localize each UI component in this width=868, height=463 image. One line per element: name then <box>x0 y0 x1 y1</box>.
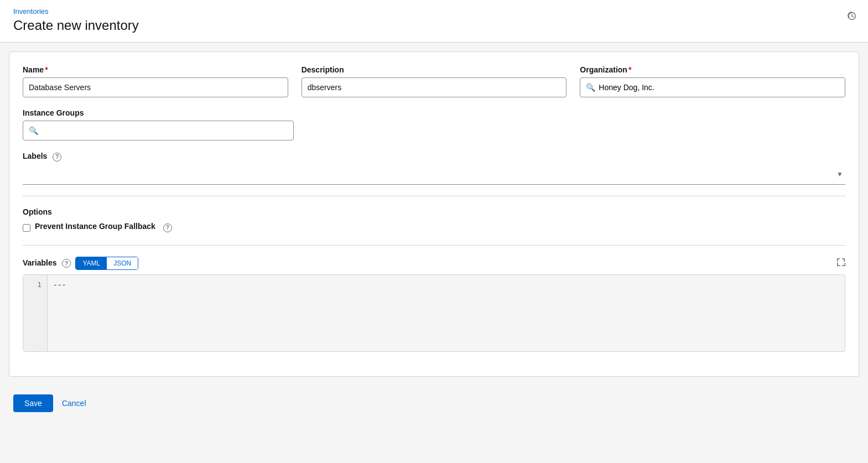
breadcrumb-link[interactable]: Inventories <box>13 7 49 15</box>
variables-header-left: Variables ? YAML JSON <box>23 257 138 270</box>
organization-input-wrapper[interactable]: 🔍 <box>580 77 845 97</box>
instance-groups-input[interactable] <box>38 126 288 135</box>
yaml-button[interactable]: YAML <box>76 257 107 269</box>
line-numbers: 1 <box>23 275 48 351</box>
history-icon <box>847 11 857 21</box>
description-input[interactable] <box>302 77 567 97</box>
prevent-fallback-help-icon[interactable]: ? <box>163 223 172 232</box>
prevent-fallback-label[interactable]: Prevent Instance Group Fallback <box>35 222 155 231</box>
organization-input[interactable] <box>595 83 839 92</box>
code-line-1: --- <box>53 280 66 289</box>
organization-group: Organization* 🔍 <box>580 65 845 97</box>
instance-groups-group: Instance Groups 🔍 <box>23 108 294 141</box>
options-title: Options <box>23 207 845 216</box>
organization-label: Organization* <box>580 65 845 74</box>
variables-label: Variables ? <box>23 258 71 268</box>
options-section: Options Prevent Instance Group Fallback … <box>23 207 845 234</box>
history-button[interactable] <box>847 11 857 24</box>
variables-help-icon[interactable]: ? <box>62 259 71 268</box>
divider-variables <box>23 245 845 246</box>
labels-group: Labels ? ▼ <box>23 152 845 185</box>
variables-format-toggle: YAML JSON <box>75 257 138 270</box>
expand-button[interactable] <box>836 258 845 269</box>
prevent-fallback-checkbox[interactable] <box>23 224 30 232</box>
description-label: Description <box>302 65 567 74</box>
name-required-star: * <box>45 65 48 74</box>
labels-label: Labels ? <box>23 152 845 162</box>
json-button[interactable]: JSON <box>107 257 138 269</box>
form-actions: Save Cancel <box>0 386 868 421</box>
variables-header: Variables ? YAML JSON <box>23 257 845 270</box>
divider-options <box>23 196 845 196</box>
labels-help-icon[interactable]: ? <box>53 153 61 162</box>
page-wrapper: Inventories Create new inventory Name* D… <box>0 0 868 463</box>
save-button[interactable]: Save <box>13 394 53 412</box>
labels-dropdown-arrow: ▼ <box>836 170 843 178</box>
org-required-star: * <box>628 65 631 74</box>
labels-dropdown[interactable]: ▼ <box>23 165 845 185</box>
instance-groups-search-icon: 🔍 <box>29 126 38 135</box>
name-input[interactable] <box>23 77 288 97</box>
line-number-1: 1 <box>23 279 47 291</box>
page-header: Inventories Create new inventory <box>0 0 868 43</box>
prevent-fallback-row: Prevent Instance Group Fallback ? <box>23 222 845 234</box>
instance-groups-label: Instance Groups <box>23 108 294 117</box>
name-label: Name* <box>23 65 288 74</box>
description-group: Description <box>302 65 567 97</box>
name-group: Name* <box>23 65 288 97</box>
code-content[interactable]: --- <box>48 275 845 351</box>
org-search-icon: 🔍 <box>586 83 595 92</box>
page-title: Create new inventory <box>13 18 855 33</box>
cancel-button[interactable]: Cancel <box>60 394 89 412</box>
instance-groups-input-wrapper[interactable]: 🔍 <box>23 121 294 141</box>
code-editor: 1 --- <box>23 274 845 352</box>
header-actions <box>847 11 857 24</box>
variables-section: Variables ? YAML JSON 1 <box>23 257 845 352</box>
form-container: Name* Description Organization* 🔍 Instan <box>9 51 859 377</box>
expand-icon <box>836 258 845 267</box>
main-fields-row: Name* Description Organization* 🔍 <box>23 65 845 97</box>
